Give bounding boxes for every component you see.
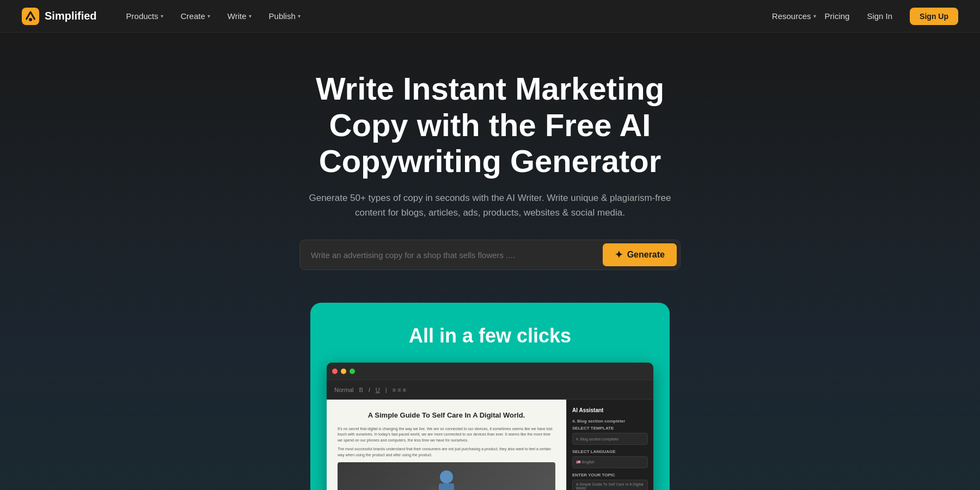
sidebar-section-label: 4. Blog section completer bbox=[572, 419, 648, 424]
sidebar-template-value: 4. Blog section completer bbox=[576, 437, 619, 441]
demo-doc-image bbox=[338, 462, 555, 490]
sidebar-language-dropdown[interactable]: 🇺🇸 English bbox=[572, 456, 648, 468]
svg-rect-5 bbox=[439, 483, 454, 490]
hero-section: Write Instant Marketing Copy with the Fr… bbox=[0, 33, 980, 490]
demo-doc-text-2: The most successful brands understand th… bbox=[338, 446, 555, 458]
editor-format-italic: I bbox=[369, 387, 370, 393]
window-close-dot bbox=[332, 369, 338, 374]
editor-format-normal: Normal bbox=[334, 387, 353, 393]
demo-card-title: All in a few clicks bbox=[409, 324, 571, 347]
demo-ai-sidebar: AI Assistant 4. Blog section completer S… bbox=[566, 400, 653, 490]
sidebar-topic-input[interactable]: A Simple Guide To Self Care In A Digital… bbox=[572, 480, 648, 490]
chevron-down-icon: ▾ bbox=[813, 13, 816, 19]
nav-item-write[interactable]: Write ▾ bbox=[220, 7, 259, 25]
editor-format-lists: ≡ ≡ ≡ bbox=[393, 387, 406, 393]
demo-toolbar bbox=[327, 363, 653, 380]
window-maximize-dot bbox=[350, 369, 355, 374]
nav-item-resources[interactable]: Resources ▾ bbox=[772, 11, 816, 21]
person-at-desk-illustration bbox=[419, 465, 474, 490]
demo-content: A Simple Guide To Self Care In A Digital… bbox=[327, 400, 653, 490]
nav-item-pricing[interactable]: Pricing bbox=[825, 11, 850, 21]
sidebar-language-value: 🇺🇸 English bbox=[576, 460, 595, 464]
demo-window: Normal B I U | ≡ ≡ ≡ A Simple Guide To S… bbox=[327, 363, 653, 490]
logo-text: Simplified bbox=[45, 10, 97, 22]
sidebar-template-dropdown[interactable]: 4. Blog section completer bbox=[572, 433, 648, 445]
nav-signin-button[interactable]: Sign In bbox=[858, 7, 901, 25]
editor-format-bold: B bbox=[359, 387, 363, 393]
window-minimize-dot bbox=[341, 369, 346, 374]
nav-signup-button[interactable]: Sign Up bbox=[910, 8, 958, 25]
hero-title: Write Instant Marketing Copy with the Fr… bbox=[278, 71, 702, 180]
navbar: Simplified Products ▾ Create ▾ Write ▾ P… bbox=[0, 0, 980, 33]
generate-button[interactable]: ✦ Generate bbox=[603, 243, 677, 266]
svg-point-4 bbox=[440, 470, 453, 483]
logo-icon bbox=[22, 8, 39, 25]
nav-item-create[interactable]: Create ▾ bbox=[173, 7, 218, 25]
search-input[interactable] bbox=[311, 250, 603, 260]
chevron-down-icon: ▾ bbox=[207, 13, 210, 19]
editor-format-separator: | bbox=[385, 387, 387, 393]
nav-item-publish[interactable]: Publish ▾ bbox=[261, 7, 308, 25]
svg-point-1 bbox=[29, 18, 32, 21]
sidebar-ai-title: AI Assistant bbox=[572, 407, 648, 413]
nav-item-products[interactable]: Products ▾ bbox=[119, 7, 171, 25]
chevron-down-icon: ▾ bbox=[298, 13, 301, 19]
chevron-down-icon: ▾ bbox=[249, 13, 252, 19]
hero-subtitle: Generate 50+ types of copy in seconds wi… bbox=[305, 191, 675, 220]
chevron-down-icon: ▾ bbox=[161, 13, 163, 19]
demo-editor-bar: Normal B I U | ≡ ≡ ≡ bbox=[327, 380, 653, 400]
search-bar: ✦ Generate bbox=[299, 240, 681, 270]
demo-card: All in a few clicks Normal B I U | ≡ ≡ ≡ bbox=[310, 303, 670, 490]
svg-rect-0 bbox=[22, 8, 39, 25]
sidebar-language-label: SELECT LANGUAGE bbox=[572, 449, 648, 454]
demo-doc-title: A Simple Guide To Self Care In A Digital… bbox=[338, 411, 555, 420]
demo-doc-text-1: It's no secret that digital is changing … bbox=[338, 426, 555, 444]
nav-left-items: Products ▾ Create ▾ Write ▾ Publish ▾ bbox=[119, 7, 308, 25]
sidebar-template-label: SELECT TEMPLATE bbox=[572, 426, 648, 431]
sidebar-topic-value: A Simple Guide To Self Care In A Digital… bbox=[576, 482, 644, 490]
sidebar-topic-label: ENTER YOUR TOPIC bbox=[572, 473, 648, 477]
logo[interactable]: Simplified bbox=[22, 8, 97, 25]
demo-main-document: A Simple Guide To Self Care In A Digital… bbox=[327, 400, 566, 490]
nav-right-items: Resources ▾ Pricing Sign In Sign Up bbox=[772, 7, 958, 25]
sparkle-icon: ✦ bbox=[615, 249, 623, 261]
editor-format-underline: U bbox=[376, 387, 380, 393]
